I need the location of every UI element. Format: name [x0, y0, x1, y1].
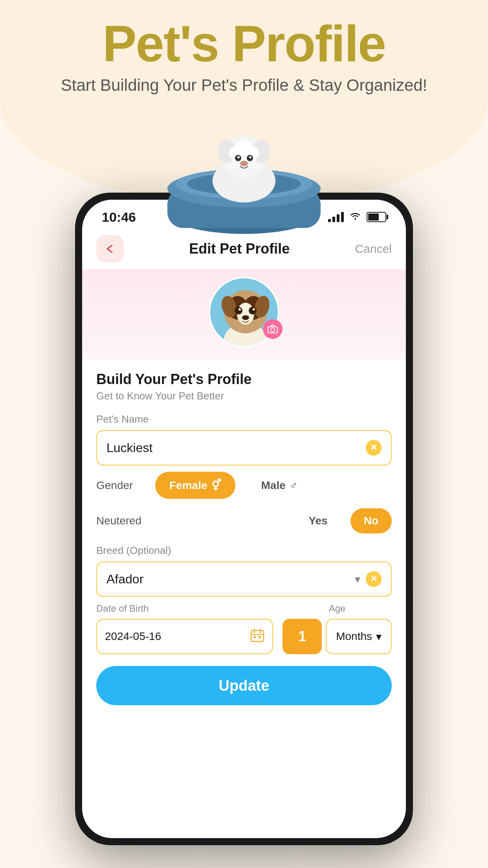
status-icons	[328, 211, 386, 223]
svg-point-14	[237, 156, 240, 158]
svg-point-16	[240, 161, 248, 166]
status-time: 10:46	[102, 210, 136, 225]
dog-illustration	[193, 126, 295, 204]
male-icon: ♂	[290, 479, 298, 492]
nav-title: Edit Pet Profile	[189, 241, 290, 257]
gender-male-button[interactable]: Male ♂	[247, 472, 312, 499]
breed-dropdown[interactable]: Afador ▾ ✕	[96, 561, 392, 597]
breed-clear-button[interactable]: ✕	[366, 571, 382, 587]
svg-rect-39	[259, 636, 261, 638]
breed-label: Breed (Optional)	[96, 544, 392, 557]
page-subtitle: Start Building Your Pet's Profile & Stay…	[0, 76, 488, 95]
app-content: Edit Pet Profile Cancel	[82, 227, 406, 705]
phone-screen: 10:46	[82, 200, 406, 838]
breed-value: Afador	[106, 572, 143, 587]
female-icon: ⚥	[211, 479, 221, 492]
svg-point-17	[222, 187, 238, 198]
neutered-row: Neutered Yes No	[96, 508, 392, 533]
neutered-yes-button[interactable]: Yes	[295, 508, 341, 533]
battery-icon	[367, 212, 386, 222]
svg-point-15	[249, 156, 251, 158]
dob-age-container: Date of Birth 2024-05-16	[96, 603, 392, 654]
breed-dropdown-arrow: ▾	[355, 573, 360, 586]
gender-row: Gender Female ⚥ Male ♂	[96, 472, 392, 499]
age-label: Age	[283, 603, 392, 614]
section-title: Build Your Pet's Profile	[96, 371, 392, 388]
svg-point-31	[242, 315, 249, 320]
age-value: 1	[298, 628, 306, 645]
page-title: Pet's Profile	[0, 16, 488, 72]
age-number-input[interactable]: 1	[283, 619, 322, 654]
svg-point-27	[235, 307, 242, 314]
header-area: Pet's Profile Start Building Your Pet's …	[0, 16, 488, 95]
hero-image-area	[161, 110, 327, 236]
svg-point-28	[249, 307, 257, 314]
calendar-icon	[250, 628, 264, 645]
dob-column: Date of Birth 2024-05-16	[96, 603, 273, 654]
dob-label: Date of Birth	[96, 603, 273, 614]
age-unit-label: Months	[336, 630, 372, 643]
phone-wrapper: 10:46	[75, 193, 413, 845]
pet-name-clear-button[interactable]: ✕	[366, 440, 382, 456]
gender-female-button[interactable]: Female ⚥	[155, 472, 235, 499]
signal-icon	[328, 212, 344, 222]
profile-photo-area	[82, 269, 406, 359]
svg-point-11	[236, 140, 252, 155]
dob-input[interactable]: 2024-05-16	[96, 619, 273, 654]
age-fields: 1 Months ▾	[283, 619, 392, 654]
camera-button[interactable]	[263, 319, 283, 339]
svg-point-18	[250, 187, 266, 198]
age-column: Age 1 Months ▾	[283, 603, 392, 654]
dob-value: 2024-05-16	[105, 630, 161, 643]
pet-name-value: Luckiest	[106, 441, 152, 455]
pet-name-input[interactable]: Luckiest ✕	[96, 430, 392, 465]
phone-outer: 10:46	[75, 193, 413, 845]
pet-name-label: Pet's Name	[96, 413, 392, 425]
gender-label: Gender	[96, 479, 143, 492]
gender-female-label: Female	[169, 479, 207, 492]
neutered-no-button[interactable]: No	[350, 508, 392, 533]
wifi-icon	[349, 211, 361, 223]
back-button[interactable]	[96, 235, 124, 263]
svg-point-30	[253, 308, 255, 311]
neutered-label: Neutered	[96, 515, 286, 527]
avatar-container	[209, 277, 279, 348]
age-unit-arrow: ▾	[376, 630, 382, 643]
svg-rect-34	[251, 631, 264, 642]
gender-male-label: Male	[261, 479, 286, 492]
age-unit-dropdown[interactable]: Months ▾	[326, 619, 392, 654]
update-label: Update	[219, 677, 270, 694]
svg-rect-38	[253, 636, 256, 638]
update-button[interactable]: Update	[96, 666, 392, 705]
cancel-button[interactable]: Cancel	[355, 242, 392, 256]
section-subtitle: Get to Know Your Pet Better	[96, 390, 392, 402]
svg-point-29	[238, 308, 241, 311]
svg-point-33	[271, 328, 275, 332]
